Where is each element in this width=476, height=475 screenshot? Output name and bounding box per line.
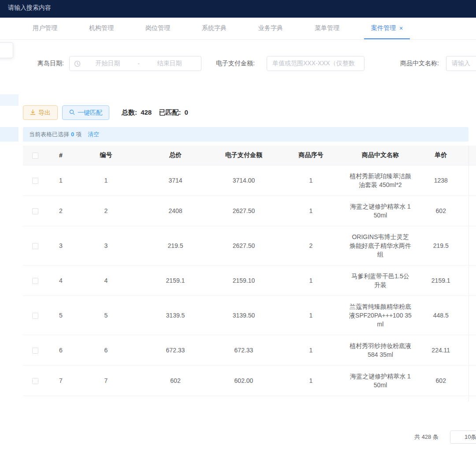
product-name-input[interactable]: 请输入 (446, 56, 476, 71)
cell-epay: 2627.50 (213, 196, 275, 226)
total-count-text: 总数: 428 已匹配: 0 (122, 108, 193, 117)
pagination-total: 共 428 条 (414, 433, 439, 441)
col-header-name: 商品中文名称 (347, 146, 413, 165)
select-all-checkbox[interactable] (32, 153, 38, 159)
fixed-cell (469, 296, 476, 335)
cell-name: ORIGINS韦博士灵芝焕能好底子精华水两件组 (347, 226, 413, 266)
cell-epay: 672.33 (213, 335, 275, 366)
cell-unit: 602 (413, 196, 469, 226)
table-header-row: # 编号 总价 电子支付金额 商品序号 商品中文名称 单价 (23, 146, 476, 165)
table-row: 77602602.001海蓝之谜修护精萃水 150ml602 (23, 366, 476, 396)
download-icon (30, 109, 38, 116)
col-header-fixed (469, 146, 476, 165)
col-header-index: # (48, 146, 74, 165)
tab-bar: 用户管理机构管理岗位管理系统字典业务字典菜单管理案件管理× (0, 18, 476, 40)
cell-epay: 1303.47 (213, 396, 275, 402)
cutoff-highlight-fragment (0, 94, 19, 106)
cell-epay: 3139.50 (213, 296, 275, 335)
cell-seq: 1 (275, 396, 347, 402)
tab-机构管理[interactable]: 机构管理 (82, 18, 121, 39)
col-header-epay: 电子支付金额 (213, 146, 275, 165)
tab-菜单管理[interactable]: 菜单管理 (308, 18, 346, 39)
row-checkbox[interactable] (32, 278, 38, 284)
cell-seq: 1 (275, 165, 347, 196)
cell-name: 植村秀新琥珀臻萃洁颜油套装 450ml*2 (347, 165, 413, 196)
table-row: 2224082627.501海蓝之谜修护精萃水 150ml602 (23, 196, 476, 226)
tab-close-icon[interactable]: × (399, 25, 403, 31)
tab-业务字典[interactable]: 业务字典 (251, 18, 290, 39)
cell-name: 海蓝之谜修护精萃水 150ml (347, 366, 413, 396)
cell-index: 3 (48, 226, 74, 266)
cell-epay: 3714.00 (213, 165, 275, 196)
cell-unit: 219.5 (413, 226, 469, 266)
cell-total: 2159.1 (138, 266, 213, 296)
fixed-cell (469, 335, 476, 366)
cell-total: 3139.5 (138, 296, 213, 335)
select-all-cell (23, 146, 48, 165)
cell-code: 8 (74, 396, 138, 402)
table-row: 1137143714.001植村秀新琥珀臻萃洁颜油套装 450ml*21238 (23, 165, 476, 196)
cell-index: 4 (48, 266, 74, 296)
cell-seq: 1 (275, 335, 347, 366)
cell-unit: 173.46 (413, 396, 469, 402)
tab-label: 菜单管理 (315, 24, 339, 32)
tab-label: 业务字典 (258, 24, 283, 32)
table-row: 442159.12159.101马爹利蓝带干邑1.5公升装2159.1 (23, 266, 476, 296)
one-click-match-button[interactable]: 一键匹配 (62, 105, 109, 120)
search-icon (69, 109, 78, 116)
tab-岗位管理[interactable]: 岗位管理 (138, 18, 177, 39)
data-table: # 编号 总价 电子支付金额 商品序号 商品中文名称 单价 1137143714… (23, 146, 476, 401)
cell-code: 2 (74, 196, 138, 226)
cell-name: 海蓝之谜修护精萃水 150ml (347, 196, 413, 226)
cell-code: 1 (74, 165, 138, 196)
export-button[interactable]: 导出 (23, 105, 58, 120)
cutoff-selection-fragment (0, 127, 19, 142)
cell-unit: 448.5 (413, 296, 469, 335)
row-checkbox[interactable] (32, 208, 38, 214)
row-checkbox[interactable] (32, 348, 38, 354)
toolbar: 导出 一键匹配 总数: 428 已匹配: 0 (23, 105, 193, 120)
cell-epay: 602.00 (213, 366, 275, 396)
col-header-unit: 单价 (413, 146, 469, 165)
cell-index: 8 (48, 396, 74, 402)
date-range-input[interactable]: 开始日期 - 结束日期 (69, 56, 201, 71)
product-name-label: 商品中文名称: (400, 60, 439, 67)
fixed-cell (469, 366, 476, 396)
cell-index: 7 (48, 366, 74, 396)
cell-index: 1 (48, 165, 74, 196)
depart-date-label: 离岛日期: (37, 60, 64, 67)
cell-name: 卡诗菁纯亮泽经典香氛 (347, 396, 413, 402)
table-row: 66672.33672.331植村秀羽纱持妆粉底液584 35ml224.11 (23, 335, 476, 366)
cell-total: 1303.47 (138, 396, 213, 402)
col-header-seq: 商品序号 (275, 146, 347, 165)
total-value: 428 (139, 108, 157, 116)
row-checkbox[interactable] (32, 243, 38, 249)
row-checkbox[interactable] (32, 378, 38, 384)
col-header-total: 总价 (138, 146, 213, 165)
tab-系统字典[interactable]: 系统字典 (195, 18, 234, 39)
fixed-cell (469, 226, 476, 266)
end-date-placeholder[interactable]: 结束日期 (142, 60, 197, 67)
date-separator: - (135, 60, 142, 67)
cell-unit: 2159.1 (413, 266, 469, 296)
clear-selection-link[interactable]: 清空 (88, 131, 99, 138)
global-search-input[interactable]: 请输入搜索内容 (8, 4, 51, 12)
cell-seq: 1 (275, 266, 347, 296)
epay-amount-input[interactable]: 单值或范围XXX-XXX（仅整数 (267, 56, 364, 71)
cell-epay: 2159.10 (213, 266, 275, 296)
tab-案件管理[interactable]: 案件管理× (364, 18, 410, 39)
cell-code: 6 (74, 335, 138, 366)
cell-unit: 1238 (413, 165, 469, 196)
checkbox-cell (23, 366, 48, 396)
row-checkbox[interactable] (32, 313, 38, 319)
selection-suffix: 项 (76, 131, 82, 138)
clock-icon (74, 60, 81, 67)
checkbox-cell (23, 296, 48, 335)
tab-用户管理[interactable]: 用户管理 (26, 18, 64, 39)
cell-name: 兰蔻菁纯臻颜精华粉底液SPF20PA+++100 35ml (347, 296, 413, 335)
start-date-placeholder[interactable]: 开始日期 (81, 60, 135, 67)
cell-total: 219.5 (138, 226, 213, 266)
page-size-select[interactable]: 10条/页 (450, 430, 476, 444)
top-navbar: 请输入搜索内容 (0, 0, 476, 18)
row-checkbox[interactable] (32, 178, 38, 184)
